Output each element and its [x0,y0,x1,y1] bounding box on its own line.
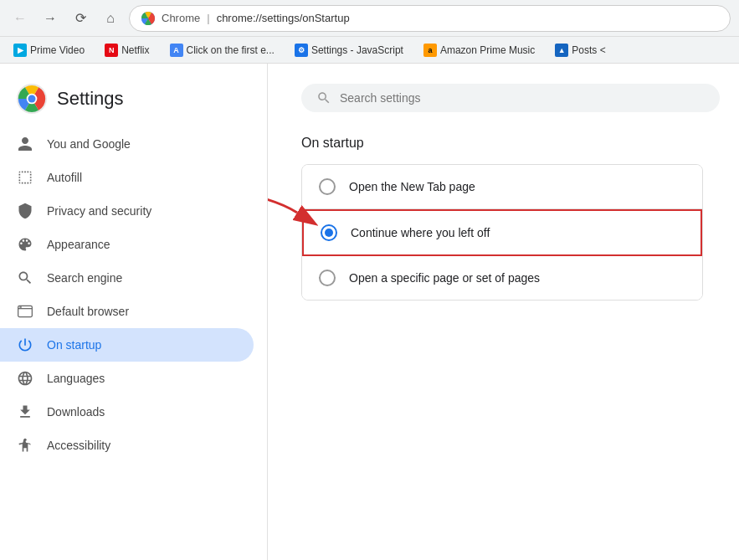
settings-icon: ⚙ [295,44,308,57]
sidebar-label: On startup [47,338,101,352]
bookmark-label: Posts < [572,44,605,56]
shield-icon [17,203,33,219]
search-bar-icon [316,90,331,105]
svg-point-5 [28,95,36,103]
appearance-icon [17,236,33,253]
option-label-specific-page: Open a specific page or set of pages [349,271,540,285]
browser-frame: ← → ⟳ ⌂ Chrome | chrome://settings/onSta… [0,0,739,560]
sidebar-label: Languages [47,372,105,385]
browser-icon [17,303,33,320]
settings-header: Settings [0,77,267,127]
posts-icon: ▲ [555,44,568,57]
sidebar: Settings You and Google Autofill Priv [0,64,268,560]
url-display: chrome://settings/onStartup [217,12,350,24]
option-specific-page[interactable]: Open a specific page or set of pages [302,256,702,300]
option-new-tab[interactable]: Open the New Tab page [302,165,702,209]
reload-button[interactable]: ⟳ [69,7,92,30]
bookmark-label: Click on the first e... [187,44,275,56]
sidebar-item-accessibility[interactable]: Accessibility [0,429,254,462]
click-icon: A [170,44,183,57]
bookmark-amazon[interactable]: a Amazon Prime Music [418,42,540,59]
settings-chrome-logo [17,84,47,114]
radio-inner-continue [325,229,333,237]
bookmark-netflix[interactable]: N Netflix [100,42,154,59]
svg-rect-8 [19,306,22,308]
forward-button[interactable]: → [38,7,62,30]
radio-specific-page[interactable] [319,270,336,286]
sidebar-item-languages[interactable]: Languages [0,362,254,395]
person-icon [17,136,33,152]
back-button[interactable]: ← [8,7,32,30]
startup-icon [17,337,33,353]
sidebar-label: Privacy and security [47,204,151,218]
language-icon [17,370,33,387]
search-input[interactable] [340,91,705,105]
search-icon [17,270,33,286]
sidebar-label: Downloads [47,405,105,419]
sidebar-item-privacy[interactable]: Privacy and security [0,194,254,228]
downloads-icon [17,403,33,420]
bookmark-prime-video[interactable]: ▶ Prime Video [8,42,90,59]
section-title: On startup [301,136,706,151]
sidebar-item-default-browser[interactable]: Default browser [0,295,254,328]
bookmark-label: Prime Video [30,44,85,56]
amazon-icon: a [423,44,437,57]
page-title: Settings [57,88,124,110]
sidebar-item-autofill[interactable]: Autofill [0,161,254,194]
sidebar-label: Default browser [47,305,129,318]
autofill-icon [17,169,33,186]
chrome-label: Chrome [162,12,200,24]
options-wrapper: Open the New Tab page Continue where you… [301,164,703,301]
sidebar-label: Accessibility [47,439,110,452]
radio-new-tab[interactable] [319,178,336,195]
bookmark-settings[interactable]: ⚙ Settings - JavaScript [290,42,408,59]
nav-bar: ← → ⟳ ⌂ Chrome | chrome://settings/onSta… [0,0,739,37]
bookmark-label: Netflix [121,44,149,56]
chrome-icon [141,12,155,25]
bookmarks-bar: ▶ Prime Video N Netflix A Click on the f… [0,37,739,64]
radio-continue[interactable] [321,224,337,241]
sidebar-item-downloads[interactable]: Downloads [0,395,254,429]
bookmark-click[interactable]: A Click on the first e... [165,42,280,59]
prime-video-icon: ▶ [13,44,27,57]
main-area: On startup O [268,64,739,560]
bookmark-label: Settings - JavaScript [311,44,403,56]
page-content: Settings You and Google Autofill Priv [0,64,739,560]
bookmark-posts[interactable]: ▲ Posts < [550,42,610,59]
option-continue[interactable]: Continue where you left off [302,209,702,256]
sidebar-label: Autofill [47,171,82,184]
sidebar-label: You and Google [47,137,131,151]
sidebar-item-appearance[interactable]: Appearance [0,228,254,261]
accessibility-icon [17,437,33,454]
options-card: Open the New Tab page Continue where you… [301,164,703,301]
sidebar-label: Appearance [47,238,110,251]
option-label-new-tab: Open the New Tab page [349,180,475,193]
bookmark-label: Amazon Prime Music [440,44,535,56]
address-bar[interactable]: Chrome | chrome://settings/onStartup [129,5,731,32]
netflix-icon: N [105,44,118,57]
home-button[interactable]: ⌂ [99,7,122,30]
option-label-continue: Continue where you left off [351,226,490,239]
sidebar-item-on-startup[interactable]: On startup [0,328,254,362]
sidebar-item-you-google[interactable]: You and Google [0,127,254,161]
sidebar-item-search[interactable]: Search engine [0,261,254,295]
search-bar-container[interactable] [301,84,720,112]
sidebar-label: Search engine [47,271,122,285]
